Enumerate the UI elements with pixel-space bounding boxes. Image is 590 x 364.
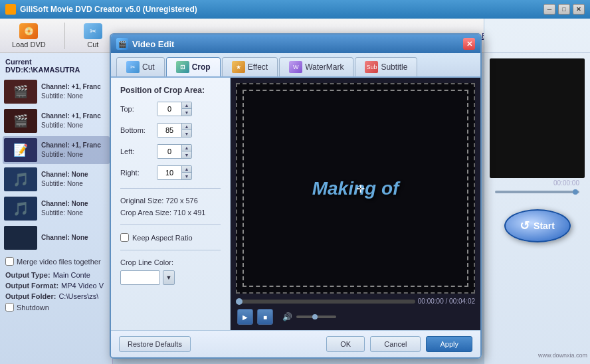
preview-panel: Making of ✛ 00:00:00 / 00:04:02 ▶ ■ 🔊: [231, 78, 480, 330]
output-folder-value: C:\Users\zs\: [58, 292, 98, 300]
top-spinner: ▲ ▼: [181, 102, 191, 116]
dvd-item-1[interactable]: 🎬 Channel: +1, Franc Subtitle: None: [3, 107, 110, 135]
right-label: Right:: [120, 169, 157, 177]
time-display: 00:00:00 / 00:04:02: [418, 298, 475, 305]
dialog-footer: Restore Defaults OK Cancel Apply: [111, 330, 480, 357]
output-folder-label: Output Folder:: [5, 292, 56, 300]
dvd-subtitle-4: Subtitle: None: [41, 209, 88, 218]
output-format-value: MP4 Video V: [61, 282, 104, 290]
bottom-increment-button[interactable]: ▲: [182, 124, 191, 130]
dvd-item-2[interactable]: 📝 Channel: +1, Franc Subtitle: None: [3, 136, 110, 164]
right-decrement-button[interactable]: ▼: [182, 173, 191, 179]
video-preview: Making of ✛: [236, 83, 475, 294]
right-input[interactable]: [157, 166, 181, 179]
video-edit-dialog: 🎬 Video Edit ✕ ✂ Cut ⊡ Crop ★: [110, 33, 482, 359]
left-spinner: ▲ ▼: [181, 145, 191, 158]
start-button[interactable]: ↺ Start: [504, 209, 571, 242]
restore-defaults-button[interactable]: Restore Defaults: [119, 336, 191, 352]
right-spinner: ▲ ▼: [181, 166, 191, 179]
tab-crop-label: Crop: [192, 62, 211, 72]
crop-line-color-label: Crop Line Color:: [120, 258, 221, 266]
left-input-group: ▲ ▼: [157, 144, 192, 159]
shutdown-label: Shutdown: [17, 304, 49, 312]
dvd-info-4: Channel: None Subtitle: None: [41, 199, 88, 218]
dvd-channel-1: Channel: +1, Franc: [41, 112, 101, 121]
output-type-label: Output Type:: [5, 271, 50, 279]
dvd-thumb-5: [4, 226, 37, 250]
left-input[interactable]: [157, 145, 181, 158]
dvd-thumb-1: 🎬: [4, 109, 37, 133]
cut-icon: ✂: [84, 23, 102, 39]
effect-tab-icon: ★: [232, 61, 245, 73]
dvd-item-3[interactable]: 🎵 Channel: None Subtitle: None: [3, 165, 110, 193]
left-decrement-button[interactable]: ▼: [182, 151, 191, 158]
dvd-item-4[interactable]: 🎵 Channel: None Subtitle: None: [3, 195, 110, 223]
close-button[interactable]: ✕: [573, 4, 585, 15]
play-button[interactable]: ▶: [237, 309, 253, 325]
load-dvd-label: Load DVD: [12, 41, 46, 48]
output-format-row: Output Format: MP4 Video V: [5, 282, 107, 290]
dvd-info-3: Channel: None Subtitle: None: [41, 170, 88, 189]
bottom-decrement-button[interactable]: ▼: [182, 130, 191, 137]
dvd-subtitle-1: Subtitle: None: [41, 121, 101, 130]
settings-divider-3: [120, 250, 221, 250]
cut-button[interactable]: ✂ Cut: [78, 21, 108, 51]
tab-subtitle[interactable]: Sub Subtitle: [355, 57, 417, 76]
tab-effect[interactable]: ★ Effect: [222, 57, 278, 76]
right-field-row: Right: ▲ ▼: [120, 165, 221, 180]
settings-divider-2: [120, 225, 221, 225]
output-folder-row: Output Folder: C:\Users\zs\: [5, 292, 107, 300]
volume-bar[interactable]: [296, 316, 336, 318]
shutdown-row: Shutdown: [5, 303, 107, 312]
minimize-button[interactable]: ─: [543, 4, 555, 15]
color-swatch[interactable]: [120, 270, 160, 285]
load-dvd-button[interactable]: 📀 Load DVD: [7, 21, 51, 51]
keep-aspect-checkbox[interactable]: [120, 233, 129, 242]
tab-watermark[interactable]: W WaterMark: [279, 57, 353, 76]
original-size-value: 720 x 576: [165, 197, 197, 205]
right-time-display: 00:00:00: [490, 178, 585, 188]
start-label: Start: [534, 221, 555, 231]
dvd-subtitle-3: Subtitle: None: [41, 179, 88, 189]
dialog-close-button[interactable]: ✕: [463, 38, 475, 50]
shutdown-checkbox[interactable]: [5, 303, 14, 312]
settings-divider: [120, 188, 221, 189]
dvd-info-0: Channel: +1, Franc Subtitle: None: [41, 82, 101, 101]
timeline-bar[interactable]: [236, 300, 415, 304]
apply-button[interactable]: Apply: [426, 336, 472, 352]
top-input-group: ▲ ▼: [157, 102, 192, 116]
dvd-item-0[interactable]: 🎬 Channel: +1, Franc Subtitle: None: [3, 78, 110, 106]
volume-thumb: [312, 314, 318, 319]
right-slider-thumb: [573, 189, 578, 195]
crop-area-label: Crop Area Size:: [120, 209, 173, 217]
left-label: Left:: [120, 147, 157, 155]
stop-button[interactable]: ■: [257, 309, 273, 325]
left-increment-button[interactable]: ▲: [182, 145, 191, 151]
tab-cut[interactable]: ✂ Cut: [116, 57, 165, 76]
bottom-controls: Merge video files together Output Type: …: [3, 253, 110, 316]
subtitle-tab-icon: Sub: [365, 61, 378, 73]
right-progress-slider[interactable]: [495, 191, 579, 193]
cancel-button[interactable]: Cancel: [370, 336, 421, 352]
right-increment-button[interactable]: ▲: [182, 166, 191, 173]
merge-checkbox[interactable]: [5, 257, 14, 266]
dvd-item-5[interactable]: Channel: None: [3, 224, 110, 252]
top-increment-button[interactable]: ▲: [182, 102, 191, 109]
color-dropdown-button[interactable]: ▼: [163, 270, 175, 285]
crop-area-size-row: Crop Area Size: 710 x 491: [120, 209, 221, 217]
top-field-row: Top: ▲ ▼: [120, 102, 221, 116]
timeline-thumb: [236, 298, 243, 305]
top-input[interactable]: [157, 102, 181, 116]
right-input-group: ▲ ▼: [157, 165, 192, 180]
ok-button[interactable]: OK: [326, 336, 365, 352]
dvd-subtitle-0: Subtitle: None: [41, 92, 101, 101]
tab-crop[interactable]: ⊡ Crop: [166, 57, 221, 76]
crop-section-title: Position of Crop Area:: [120, 86, 221, 95]
maximize-button[interactable]: □: [558, 4, 570, 15]
bottom-input-group: ▲ ▼: [157, 123, 192, 137]
bottom-input[interactable]: [157, 124, 181, 137]
top-decrement-button[interactable]: ▼: [182, 109, 191, 116]
merge-label: Merge video files together: [17, 258, 101, 266]
top-label: Top:: [120, 105, 157, 113]
right-slider-row: [490, 188, 585, 196]
